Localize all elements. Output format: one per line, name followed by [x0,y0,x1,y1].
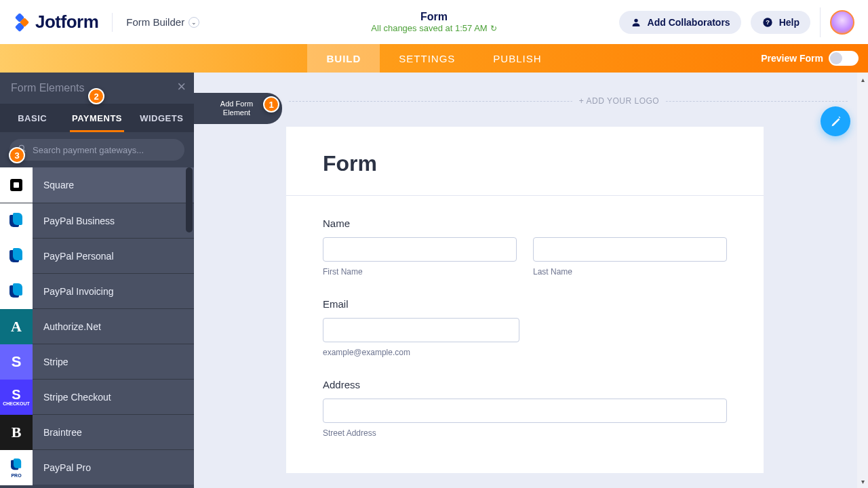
tab-basic[interactable]: BASIC [0,104,64,132]
svg-rect-6 [14,182,19,188]
save-status: All changes saved at 1:57 AM ↻ [371,23,496,33]
gateway-stripe-checkout[interactable]: SCHECKOUT Stripe Checkout [0,379,194,414]
tab-build[interactable]: BUILD [307,44,380,73]
paypal-icon [0,274,33,309]
annotation-marker-3: 3 [9,147,25,163]
name-label: Name [323,218,727,229]
avatar[interactable] [830,10,854,35]
search-input[interactable] [33,145,176,155]
main: Form Elements × BASIC PAYMENTS WIDGETS S… [0,73,868,488]
tab-settings[interactable]: SETTINGS [380,44,474,73]
logo[interactable]: Jotform [14,12,98,33]
scroll-down-icon[interactable]: ▾ [861,476,865,487]
braintree-icon: B [0,415,33,450]
scroll-up-icon[interactable]: ▴ [861,74,865,85]
preview-form-toggle[interactable]: Preview Form [761,44,859,73]
field-email[interactable]: Email example@example.com [323,298,727,357]
help-icon: ? [762,16,774,28]
svg-text:?: ? [766,19,770,26]
add-collaborators-button[interactable]: Add Collaborators [619,11,741,34]
form-designer-button[interactable] [821,106,850,136]
scrollbar-thumb[interactable] [186,167,193,232]
sub-nav: BUILD SETTINGS PUBLISH Preview Form [0,44,868,73]
close-icon[interactable]: × [177,78,186,96]
field-address[interactable]: Address Street Address [323,379,727,438]
revision-history-icon[interactable]: ↻ [490,24,497,33]
panel-tabs: BASIC PAYMENTS WIDGETS [0,104,194,132]
search-box[interactable] [9,139,184,161]
help-button[interactable]: ? Help [751,11,810,34]
svg-point-0 [634,18,637,22]
search-row [0,132,194,167]
street-address-input[interactable] [323,399,727,423]
gateway-stripe[interactable]: S Stripe [0,344,194,379]
paypal-icon [0,239,33,274]
divider [820,7,821,37]
stripe-checkout-icon: SCHECKOUT [0,380,33,415]
user-icon [630,16,642,28]
first-name-sublabel: First Name [323,267,517,277]
annotation-marker-1: 1 [263,96,279,113]
form-heading[interactable]: Form [323,151,727,176]
gateway-paypal-pro[interactable]: PRO PayPal Pro [0,449,194,485]
square-icon [0,167,33,203]
annotation-marker-2: 2 [88,88,104,104]
tab-payments[interactable]: PAYMENTS [64,104,129,132]
add-logo-button[interactable]: + ADD YOUR LOGO [572,96,666,106]
tab-widgets[interactable]: WIDGETS [130,104,194,132]
street-sublabel: Street Address [323,428,727,438]
gateway-paypal-business[interactable]: PayPal Business [0,203,194,238]
paypal-icon [0,203,33,239]
divider [112,13,113,32]
top-bar-right: Add Collaborators ? Help [619,7,854,37]
gateway-paypal-personal[interactable]: PayPal Personal [0,238,194,273]
field-name[interactable]: Name First Name Last Name [323,218,727,277]
email-label: Email [323,298,727,310]
vertical-scrollbar[interactable]: ▴ ▾ [857,73,868,488]
authorize-net-icon: A [0,309,33,344]
form-title-area: Form All changes saved at 1:57 AM ↻ [371,11,496,33]
form-elements-panel: Form Elements × BASIC PAYMENTS WIDGETS S… [0,73,194,488]
last-name-sublabel: Last Name [533,267,727,277]
gateway-paypal-invoicing[interactable]: PayPal Invoicing [0,273,194,308]
form-title[interactable]: Form [371,11,496,23]
chevron-down-icon: ⌄ [189,17,199,28]
logo-mark-icon [14,14,30,30]
divider [286,195,764,196]
address-label: Address [323,379,727,390]
last-name-input[interactable] [533,237,727,262]
dashed-line [289,101,848,102]
gateway-list: Square PayPal Business PayPal Personal P… [0,167,194,488]
form-canvas-area: Add Form Element + ADD YOUR LOGO Form Na… [194,73,868,488]
gateway-square[interactable]: Square [0,167,194,203]
logo-text: Jotform [35,12,98,33]
first-name-input[interactable] [323,237,517,262]
breadcrumb-form-builder[interactable]: Form Builder ⌄ [126,16,199,28]
tab-publish[interactable]: PUBLISH [474,44,560,73]
email-input[interactable] [323,318,519,342]
stripe-icon: S [0,344,33,380]
toggle[interactable] [829,51,859,66]
email-sublabel: example@example.com [323,348,727,357]
gateway-authorize-net[interactable]: A Authorize.Net [0,308,194,344]
form-canvas[interactable]: Form Name First Name Last Name Email [286,127,764,473]
breadcrumb-label: Form Builder [126,16,184,28]
gateway-braintree[interactable]: B Braintree [0,414,194,449]
top-bar: Jotform Form Builder ⌄ Form All changes … [0,0,868,44]
paypal-pro-icon: PRO [0,450,33,485]
